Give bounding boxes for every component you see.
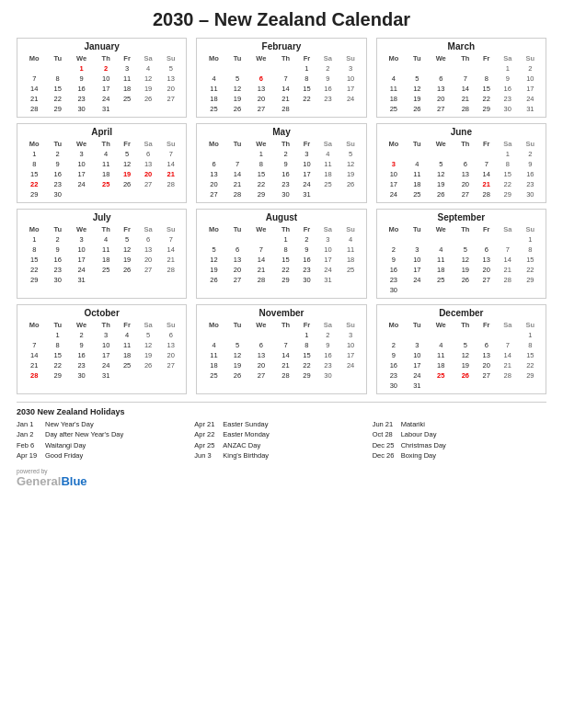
calendar-day: 21	[21, 360, 47, 370]
calendar-day: 1	[497, 149, 519, 159]
calendar-day: 4	[428, 245, 454, 255]
holiday-date: Dec 26	[373, 450, 398, 461]
calendar-day: 7	[227, 159, 248, 169]
month-title: February	[201, 41, 362, 51]
calendar-day: 28	[159, 265, 182, 275]
calendar-day: 15	[497, 169, 519, 179]
calendar-day: 5	[428, 159, 454, 169]
calendar-day: 23	[316, 94, 339, 104]
calendar-day: 24	[407, 370, 428, 381]
calendar-day: 8	[519, 340, 542, 350]
calendar-day	[297, 104, 317, 114]
calendar-day: 16	[274, 169, 296, 179]
calendar-day: 6	[137, 149, 159, 159]
calendar-day: 4	[95, 234, 117, 245]
holiday-date: Jan 1	[17, 419, 42, 429]
calendar-day	[159, 370, 182, 381]
calendar-day: 8	[297, 340, 317, 350]
calendar-day: 18	[428, 265, 454, 275]
calendar-day: 28	[159, 179, 182, 189]
holiday-item: Dec 25Christmas Day	[373, 440, 546, 450]
calendar-day: 23	[47, 179, 68, 189]
month-block-december: DecemberMoTuWeThFrSaSu123456789101112131…	[376, 304, 546, 394]
calendar-day	[339, 275, 362, 285]
holiday-date: Apr 19	[17, 450, 42, 461]
calendar-day	[381, 330, 407, 340]
calendar-day	[428, 285, 454, 295]
calendar-day: 3	[407, 245, 428, 255]
calendar-day	[454, 149, 477, 159]
calendar-day: 18	[407, 179, 428, 189]
calendar-day: 29	[297, 370, 317, 381]
calendar-day: 3	[407, 340, 428, 350]
calendar-day: 18	[381, 94, 407, 104]
calendar-day: 9	[497, 74, 519, 84]
calendar-day: 25	[117, 94, 137, 104]
calendar-day	[21, 63, 47, 74]
calendar-day	[117, 275, 137, 285]
calendar-day	[201, 63, 226, 74]
holiday-name: Good Friday	[45, 450, 83, 461]
holiday-name: Christmas Day	[401, 440, 446, 450]
page-title: 2030 – New Zealand Calendar	[17, 9, 546, 30]
calendar-day: 7	[159, 149, 182, 159]
holiday-item: Jun 21Matariki	[373, 419, 546, 429]
month-block-october: OctoberMoTuWeThFrSaSu1234567891011121314…	[17, 304, 187, 394]
holidays-col-1: Jan 1New Year's DayJan 2Day after New Ye…	[17, 419, 190, 461]
calendar-day: 17	[339, 84, 362, 94]
calendar-day	[201, 149, 226, 159]
calendar-day: 1	[497, 63, 519, 74]
calendar-day: 4	[137, 63, 159, 74]
calendar-day: 2	[381, 340, 407, 350]
calendar-day: 9	[519, 159, 542, 169]
calendar-day	[428, 381, 454, 391]
holiday-item: Jun 3King's Birthday	[194, 450, 368, 461]
calendar-day: 17	[407, 265, 428, 275]
calendar-day: 14	[159, 159, 182, 169]
calendar-day	[477, 330, 497, 340]
weekday-header: Mo	[201, 224, 226, 234]
month-block-august: AugustMoTuWeThFrSaSu12345678910111213141…	[196, 209, 366, 299]
holiday-name: Easter Monday	[223, 429, 269, 439]
calendar-day: 29	[519, 370, 542, 381]
calendar-day: 5	[201, 245, 226, 255]
calendar-day: 4	[339, 234, 362, 245]
calendar-day: 12	[227, 350, 248, 360]
calendar-day: 29	[519, 275, 542, 285]
calendar-day: 12	[201, 255, 226, 265]
weekday-header: We	[428, 320, 454, 330]
calendar-day: 16	[381, 265, 407, 275]
calendar-day: 3	[117, 63, 137, 74]
calendar-day: 21	[454, 94, 477, 104]
calendar-day: 12	[407, 84, 428, 94]
calendar-day	[428, 149, 454, 159]
calendar-day: 18	[201, 360, 226, 370]
calendar-day	[381, 149, 407, 159]
calendar-day	[137, 275, 159, 285]
month-block-january: JanuaryMoTuWeThFrSaSu1234578910111213141…	[17, 38, 187, 118]
calendar-day: 31	[407, 381, 428, 391]
calendar-day: 29	[497, 189, 519, 199]
weekday-header: Mo	[201, 320, 226, 330]
weekday-header: Su	[339, 320, 362, 330]
calendar-day: 15	[519, 350, 542, 360]
weekday-header: Fr	[297, 320, 317, 330]
calendar-day: 10	[339, 340, 362, 350]
calendar-day: 1	[247, 149, 274, 159]
weekday-header: Th	[95, 139, 117, 149]
calendar-day: 26	[227, 370, 248, 381]
holiday-item: Jan 1New Year's Day	[17, 419, 190, 429]
calendar-day: 26	[454, 275, 477, 285]
calendar-day	[339, 370, 362, 381]
holiday-item: Dec 26Boxing Day	[373, 450, 546, 461]
calendar-day	[247, 330, 274, 340]
calendar-day: 18	[428, 360, 454, 370]
calendar-day: 21	[497, 265, 519, 275]
calendar-day	[428, 63, 454, 74]
holiday-date: Jun 21	[373, 419, 398, 429]
calendar-day	[47, 63, 68, 74]
calendar-day: 27	[201, 189, 226, 199]
calendar-day	[407, 330, 428, 340]
calendar-day: 21	[274, 360, 296, 370]
calendar-day	[316, 189, 339, 199]
